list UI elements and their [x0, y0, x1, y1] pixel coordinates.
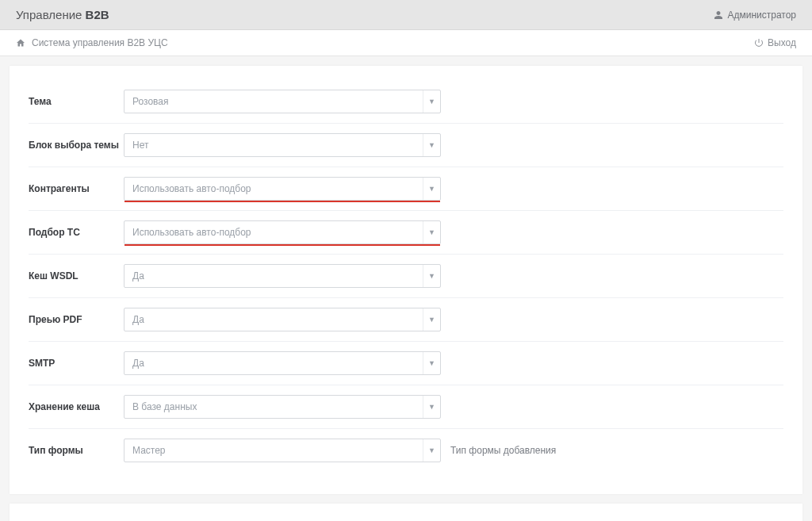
- select-value: Мастер: [132, 445, 166, 456]
- select-input[interactable]: Розовая▼: [124, 90, 441, 113]
- breadcrumb-text[interactable]: Система управления B2B УЦС: [32, 37, 168, 48]
- field-label: SMTP: [29, 358, 124, 369]
- select-value: В базе данных: [132, 401, 197, 412]
- field-label: Подбор ТС: [29, 227, 124, 238]
- select-value: Да: [132, 358, 144, 369]
- select-value: Использовать авто-подбор: [132, 183, 251, 194]
- field-control: Да▼: [124, 264, 441, 288]
- admin-link[interactable]: Администратор: [714, 10, 796, 21]
- select-value: Да: [132, 314, 144, 325]
- select-wrap: Да▼: [124, 308, 441, 331]
- chevron-down-icon: ▼: [423, 221, 440, 243]
- select-input[interactable]: Да▼: [124, 264, 441, 288]
- form-row: Преью PDFДа▼: [29, 298, 783, 342]
- form-row: SMTPДа▼: [29, 342, 783, 385]
- chevron-down-icon: ▼: [423, 265, 440, 287]
- field-label: Тема: [29, 96, 124, 107]
- field-label: Хранение кеша: [29, 401, 124, 412]
- form-row: Блок выбора темыНет▼: [29, 124, 783, 167]
- admin-label: Администратор: [727, 10, 796, 21]
- select-input[interactable]: Нет▼: [124, 133, 441, 157]
- select-wrap: Использовать авто-подбор▼: [124, 177, 441, 201]
- user-icon: [714, 10, 723, 20]
- form-row: Тип формыМастер▼Тип формы добавления: [29, 429, 783, 472]
- exit-label: Выход: [768, 37, 796, 48]
- field-control: Использовать авто-подбор▼: [124, 177, 441, 201]
- field-label: Преью PDF: [29, 314, 124, 325]
- select-wrap: Да▼: [124, 351, 441, 375]
- field-control: Да▼: [124, 308, 441, 331]
- field-control: Да▼: [124, 351, 441, 375]
- field-label: Блок выбора темы: [29, 140, 124, 151]
- select-value: Розовая: [132, 96, 168, 107]
- chevron-down-icon: ▼: [423, 396, 440, 418]
- chevron-down-icon: ▼: [423, 134, 440, 156]
- select-input[interactable]: Мастер▼: [124, 439, 441, 462]
- exit-link[interactable]: Выход: [754, 37, 796, 48]
- title-prefix: Управление: [16, 8, 86, 21]
- select-wrap: Мастер▼: [124, 439, 441, 462]
- topbar: Управление B2B Администратор: [0, 0, 812, 30]
- actions-panel: Сохранить Отмена: [10, 504, 802, 521]
- select-wrap: Использовать авто-подбор▼: [124, 220, 441, 244]
- form-row: Хранение кешаВ базе данных▼: [29, 385, 783, 429]
- field-control: В базе данных▼: [124, 395, 441, 419]
- select-wrap: Розовая▼: [124, 90, 441, 113]
- chevron-down-icon: ▼: [423, 178, 440, 200]
- home-icon[interactable]: [16, 38, 25, 48]
- form-row: ТемаРозовая▼: [29, 80, 783, 124]
- chevron-down-icon: ▼: [423, 439, 440, 462]
- field-help: Тип формы добавления: [450, 445, 556, 456]
- subbar: Система управления B2B УЦС Выход: [0, 30, 812, 56]
- select-value: Нет: [132, 140, 148, 151]
- select-input[interactable]: Использовать авто-подбор▼: [124, 220, 441, 244]
- app-title: Управление B2B: [16, 8, 109, 21]
- form-row: Кеш WSDLДа▼: [29, 255, 783, 298]
- chevron-down-icon: ▼: [423, 90, 440, 113]
- select-value: Да: [132, 270, 144, 282]
- select-input[interactable]: Использовать авто-подбор▼: [124, 177, 441, 201]
- form-row: КонтрагентыИспользовать авто-подбор▼: [29, 167, 783, 211]
- settings-panel: ТемаРозовая▼Блок выбора темыНет▼Контраге…: [10, 66, 802, 494]
- field-control: Нет▼: [124, 133, 441, 157]
- field-label: Тип формы: [29, 445, 124, 456]
- power-icon: [754, 38, 764, 48]
- chevron-down-icon: ▼: [423, 308, 440, 331]
- select-wrap: В базе данных▼: [124, 395, 441, 419]
- field-control: Мастер▼: [124, 439, 441, 462]
- field-control: Розовая▼: [124, 90, 441, 113]
- select-input[interactable]: Да▼: [124, 351, 441, 375]
- field-control: Использовать авто-подбор▼: [124, 220, 441, 244]
- select-value: Использовать авто-подбор: [132, 227, 251, 238]
- select-wrap: Нет▼: [124, 133, 441, 157]
- select-input[interactable]: В базе данных▼: [124, 395, 441, 419]
- title-bold: B2B: [86, 8, 109, 21]
- form-row: Подбор ТСИспользовать авто-подбор▼: [29, 211, 783, 255]
- chevron-down-icon: ▼: [423, 352, 440, 374]
- select-wrap: Да▼: [124, 264, 441, 288]
- field-label: Контрагенты: [29, 183, 124, 194]
- field-label: Кеш WSDL: [29, 270, 124, 282]
- select-input[interactable]: Да▼: [124, 308, 441, 331]
